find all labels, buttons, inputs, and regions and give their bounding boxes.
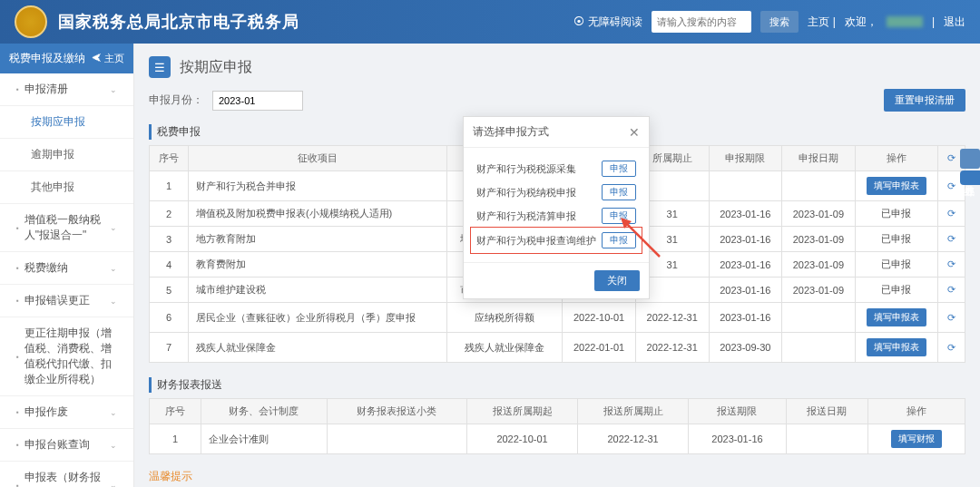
modal-option: 财产和行为税纳税申报申报 (476, 180, 636, 204)
modal-option: 财产和行为税申报查询维护申报 (473, 229, 640, 251)
option-declare-button[interactable]: 申报 (602, 208, 636, 224)
modal-dialog: 请选择申报方式 ✕ 财产和行为税税源采集申报财产和行为税纳税申报申报财产和行为税… (463, 116, 650, 299)
modal-close-button[interactable]: 关闭 (594, 270, 640, 291)
modal-option: 财产和行为税税源采集申报 (476, 157, 636, 180)
modal-option: 财产和行为税清算申报申报 (476, 204, 636, 228)
side-float-button[interactable]: 在线导办 (960, 170, 980, 185)
option-declare-button[interactable]: 申报 (602, 232, 636, 248)
close-icon[interactable]: ✕ (629, 125, 640, 140)
option-declare-button[interactable]: 申报 (602, 161, 636, 177)
option-declare-button[interactable]: 申报 (602, 184, 636, 200)
modal-title: 请选择申报方式 (473, 124, 549, 140)
side-avatar-icon[interactable] (960, 149, 980, 169)
